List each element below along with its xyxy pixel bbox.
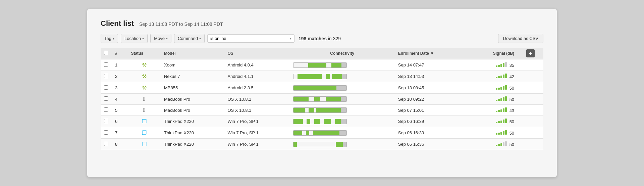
select-all-checkbox[interactable]	[104, 51, 108, 55]
row-enrollment-date: Sep 14 07:47	[395, 59, 469, 71]
row-checkbox[interactable]	[104, 96, 108, 101]
connectivity-bar	[293, 119, 347, 124]
col-connectivity: Connectivity	[290, 48, 395, 59]
signal-bars-icon	[496, 85, 507, 90]
signal-bar	[498, 88, 500, 90]
row-os: Win 7 Pro, SP 1	[224, 127, 289, 139]
row-checkbox-cell	[101, 94, 112, 105]
matches-text: 198 matches in 329	[299, 36, 341, 41]
signal-bar	[505, 62, 507, 67]
row-checkbox[interactable]	[104, 130, 108, 135]
signal-bars-icon	[496, 107, 507, 112]
connectivity-segment	[332, 74, 342, 79]
row-checkbox[interactable]	[104, 85, 108, 90]
signal-bar	[505, 107, 507, 112]
signal-db-value: 35	[509, 63, 514, 68]
location-dropdown[interactable]: Location ▾	[121, 34, 148, 43]
signal-db-value: 43	[509, 108, 514, 113]
row-id: 8	[112, 139, 127, 150]
tag-dropdown[interactable]: Tag ▾	[101, 34, 118, 43]
row-status: ❐	[127, 139, 161, 150]
command-dropdown[interactable]: Command ▾	[174, 34, 205, 43]
signal-bar	[500, 87, 502, 90]
signal-bar	[496, 100, 497, 101]
connectivity-bar	[293, 107, 347, 113]
signal-bar	[505, 96, 507, 101]
connectivity-segment	[341, 63, 346, 67]
connectivity-segment	[293, 131, 302, 135]
row-os: Android 4.0.4	[224, 59, 289, 71]
row-extra	[518, 71, 543, 82]
signal-bar	[498, 133, 500, 135]
tag-arrow-icon: ▾	[113, 37, 114, 40]
row-signal: 50	[469, 139, 518, 150]
plus-icon[interactable]: +	[526, 49, 534, 57]
connectivity-segment	[341, 119, 346, 124]
row-model: MacBook Pro	[161, 94, 224, 105]
signal-bar	[505, 141, 507, 146]
row-os: Win 7 Pro, SP 1	[224, 139, 289, 150]
signal-bars-icon	[496, 62, 507, 67]
android-icon: ⚒	[142, 74, 147, 79]
signal-bar	[500, 121, 502, 123]
row-checkbox-cell	[101, 82, 112, 94]
connectivity-segment	[324, 119, 331, 124]
signal-bar	[503, 75, 504, 78]
row-connectivity	[290, 71, 395, 82]
row-os: Android 4.1.1	[224, 71, 289, 82]
signal-bar	[496, 88, 497, 90]
signal-bar	[500, 132, 502, 135]
search-input[interactable]	[210, 36, 290, 41]
row-extra	[518, 59, 543, 71]
connectivity-segment	[314, 119, 320, 124]
row-connectivity	[290, 139, 395, 150]
connectivity-segment	[305, 108, 309, 112]
row-checkbox[interactable]	[104, 119, 108, 123]
search-wrapper: ▾	[207, 34, 294, 43]
col-status: Status	[127, 48, 161, 59]
signal-bar	[505, 85, 507, 90]
row-connectivity	[290, 59, 395, 71]
connectivity-segment	[341, 108, 346, 112]
connectivity-segment	[309, 131, 313, 135]
connectivity-segment	[293, 108, 305, 112]
row-extra	[518, 94, 543, 105]
signal-bars-icon	[496, 96, 507, 101]
signal-bar	[498, 110, 500, 112]
row-extra	[518, 139, 543, 150]
connectivity-segment	[326, 97, 341, 101]
connectivity-segment	[343, 142, 346, 147]
android-icon: ⚒	[142, 85, 147, 91]
row-extra	[518, 127, 543, 139]
signal-bar	[496, 122, 497, 123]
signal-bar	[503, 63, 504, 67]
col-enrollment-date[interactable]: Enrollment Date ▼	[395, 48, 469, 59]
connectivity-segment	[293, 86, 336, 90]
row-signal: 42	[469, 71, 518, 82]
move-dropdown[interactable]: Move ▾	[150, 34, 171, 43]
table-row: 3 ⚒ MB855 Android 2.3.5 Sep 13 08:45 50	[101, 82, 543, 94]
row-checkbox[interactable]	[104, 142, 108, 146]
col-signal: Signal (dB)	[469, 48, 518, 59]
row-id: 1	[112, 59, 127, 71]
move-label: Move	[154, 36, 165, 41]
move-arrow-icon: ▾	[166, 37, 168, 40]
signal-bar	[496, 65, 497, 67]
row-checkbox[interactable]	[104, 62, 108, 67]
col-plus[interactable]: +	[518, 48, 543, 59]
row-checkbox[interactable]	[104, 74, 108, 78]
signal-bar	[500, 109, 502, 112]
search-dropdown-icon[interactable]: ▾	[290, 37, 291, 40]
connectivity-segment	[302, 131, 306, 135]
connectivity-bar	[293, 96, 347, 102]
connectivity-segment	[293, 142, 297, 147]
connectivity-segment	[339, 131, 346, 135]
row-model: Xoom	[161, 59, 224, 71]
signal-bar	[503, 97, 504, 101]
col-os: OS	[224, 48, 289, 59]
download-csv-button[interactable]: Download as CSV	[498, 34, 544, 43]
row-extra	[518, 116, 543, 127]
connectivity-bar	[293, 74, 347, 79]
row-checkbox[interactable]	[104, 107, 108, 112]
signal-bar	[503, 120, 504, 123]
